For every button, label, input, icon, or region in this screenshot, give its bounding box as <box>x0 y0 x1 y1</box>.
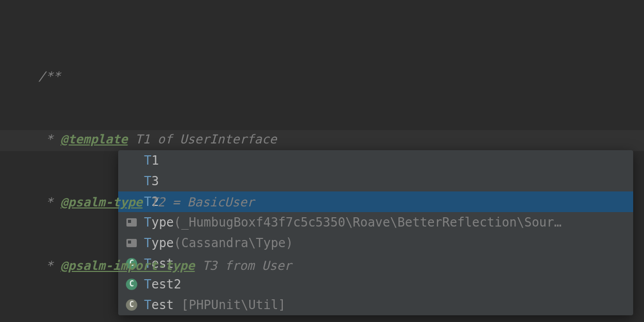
completion-hint: [PHPUnit\Util] <box>181 298 285 312</box>
completion-item[interactable]: CTest2 <box>118 274 633 295</box>
completion-item[interactable]: CTest [PHPUnit\Util] <box>118 295 633 315</box>
tag-template: @template <box>60 132 127 147</box>
namespace-icon <box>125 216 138 229</box>
docblock-line: * @psalm-type T2 = BasicUser <box>38 192 644 213</box>
completion-hint: (Cassandra\Type) <box>174 236 293 250</box>
completion-label: Test2 <box>144 274 181 295</box>
tag-psalm-type: @psalm-type <box>60 195 142 210</box>
completion-popup[interactable]: T1T3T2Type(_HumbugBoxf43f7c5c5350\Roave\… <box>118 150 633 315</box>
completion-item[interactable]: T3 <box>118 171 633 191</box>
docblock-line: * @psalm-import-type T3 from User <box>38 255 644 277</box>
docblock-line: * @template T1 of UserInterface <box>38 129 644 150</box>
completion-item[interactable]: Type(Cassandra\Type) <box>118 233 633 253</box>
docblock-start: /** <box>38 66 644 87</box>
tag-psalm-import-type: @psalm-import-type <box>60 259 195 273</box>
docblock-line-empty: * <box>38 318 644 322</box>
completion-label: Type(Cassandra\Type) <box>144 233 293 254</box>
class-icon: C <box>125 299 138 311</box>
completion-label: Test [PHPUnit\Util] <box>144 295 286 315</box>
class-icon: C <box>125 278 138 291</box>
completion-item[interactable]: T1 <box>118 150 633 171</box>
namespace-icon <box>125 237 138 249</box>
completion-hint: (_HumbugBoxf43f7c5c5350\Roave\BetterRefl… <box>174 215 561 230</box>
completion-label: T3 <box>144 171 159 192</box>
completion-label: T1 <box>144 150 159 171</box>
completion-item[interactable]: Type(_HumbugBoxf43f7c5c5350\Roave\Better… <box>118 212 633 233</box>
completion-label: Type(_HumbugBoxf43f7c5c5350\Roave\Better… <box>144 212 561 233</box>
